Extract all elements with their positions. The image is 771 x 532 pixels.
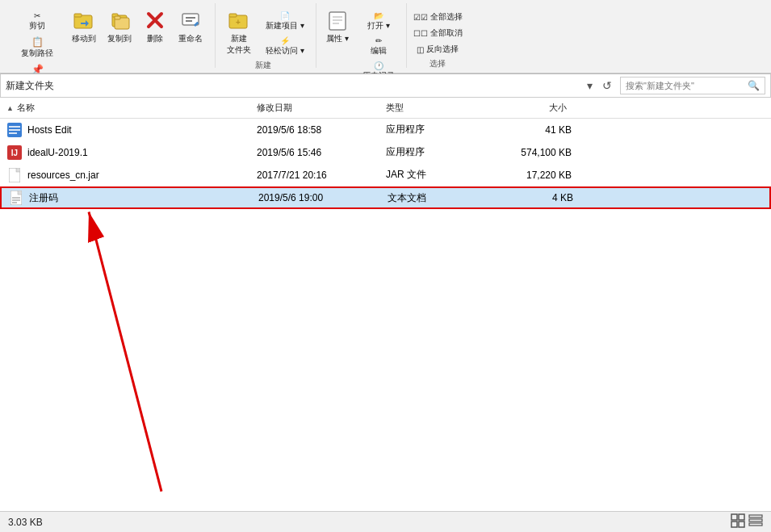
file-type: 应用程序 [386, 145, 499, 159]
prop-button[interactable]: 属性 ▾ [320, 6, 356, 47]
svg-rect-5 [115, 16, 120, 19]
copy-path-icon: 📋 [31, 36, 44, 48]
status-bar: 3.03 KB [0, 511, 771, 532]
col-header-type[interactable]: 类型 [379, 100, 492, 115]
new-buttons: + 新建文件夹 📄 新建项目 ▾ ⚡ 轻松访问 ▾ [219, 3, 308, 58]
file-row[interactable]: Hosts Edit 2019/5/6 18:58 应用程序 41 KB [0, 119, 771, 141]
column-headers: ▲ 名称 修改日期 类型 大小 [0, 98, 771, 119]
svg-rect-22 [9, 132, 17, 134]
new-right-col: 📄 新建项目 ▾ ⚡ 轻松访问 ▾ [262, 6, 308, 58]
svg-rect-38 [749, 515, 762, 517]
search-icon[interactable]: 🔍 [748, 80, 760, 91]
select-none-button[interactable]: ☐☐ 全部取消 [410, 26, 466, 40]
select-label: 选择 [429, 58, 446, 69]
svg-rect-15 [329, 12, 346, 30]
file-date: 2019/5/6 18:58 [257, 124, 386, 136]
select-col: ☑☑ 全部选择 ☐☐ 全部取消 ◫ 反向选择 [410, 6, 466, 57]
ribbon-group-organize: ✂ 剪切 📋 复制路径 📌 粘贴快捷方式 [6, 3, 216, 68]
address-bar: 新建文件夹 ▾ ↺ 🔍 [0, 73, 771, 98]
select-all-icon: ☑☑ [413, 13, 428, 22]
delete-icon [144, 9, 166, 31]
jar-icon [6, 167, 23, 183]
status-text: 3.03 KB [8, 517, 43, 528]
new-item-button[interactable]: 📄 新建项目 ▾ [262, 10, 308, 33]
file-row[interactable]: resources_cn.jar 2017/7/21 20:16 JAR 文件 … [0, 164, 771, 186]
svg-rect-1 [74, 14, 82, 17]
edit-icon: ✏ [375, 36, 382, 45]
invert-icon: ◫ [417, 45, 424, 54]
new-item-icon: 📄 [280, 11, 290, 20]
svg-text:IJ: IJ [11, 149, 18, 157]
file-type: 文本文档 [388, 191, 501, 205]
easy-access-icon: ⚡ [280, 36, 290, 45]
svg-rect-39 [749, 519, 762, 522]
edit-btn-button[interactable]: ✏ 编辑 [359, 35, 398, 58]
file-row[interactable]: IJ idealU-2019.1 2019/5/6 15:46 应用程序 574… [0, 141, 771, 164]
search-box: 🔍 [620, 77, 765, 94]
file-name-cell: Hosts Edit [6, 122, 257, 138]
select-buttons: ☑☑ 全部选择 ☐☐ 全部取消 ◫ 反向选择 [410, 3, 466, 57]
new-folder-button[interactable]: + 新建文件夹 [219, 6, 259, 58]
refresh-icon[interactable]: ↺ [599, 77, 615, 94]
file-date: 2019/5/6 19:00 [258, 192, 388, 203]
easy-access-button[interactable]: ⚡ 轻松访问 ▾ [262, 35, 308, 58]
file-row-highlighted[interactable]: 注册码 2019/5/6 19:00 文本文档 4 KB [0, 186, 771, 209]
file-type: JAR 文件 [386, 168, 499, 182]
svg-line-33 [89, 212, 161, 491]
file-size: 574,100 KB [499, 147, 580, 158]
open-icon: 📂 [374, 11, 383, 20]
rename-button[interactable]: 重命名 [174, 6, 207, 47]
dropdown-arrow[interactable]: ▾ [584, 77, 596, 94]
ribbon-group-new: + 新建文件夹 📄 新建项目 ▾ ⚡ 轻松访问 ▾ 新建 [216, 3, 316, 68]
hosts-icon [6, 122, 23, 138]
file-name: idealU-2019.1 [27, 147, 88, 158]
copy-button[interactable]: 复制到 [103, 6, 136, 47]
view-list-icon[interactable] [748, 513, 763, 530]
open-buttons: 属性 ▾ 📂 打开 ▾ ✏ 编辑 🕐 历史记录 [320, 3, 398, 83]
svg-rect-20 [9, 126, 20, 128]
invert-button[interactable]: ◫ 反向选择 [410, 42, 466, 57]
svg-rect-34 [731, 514, 737, 520]
copy-icon [108, 9, 131, 31]
svg-rect-35 [739, 514, 744, 520]
history-icon: 🕐 [374, 61, 383, 70]
select-none-icon: ☐☐ [413, 29, 428, 38]
file-name-cell: resources_cn.jar [6, 167, 257, 183]
file-size: 17,220 KB [499, 170, 580, 181]
ribbon-section: ✂ 剪切 📋 复制路径 📌 粘贴快捷方式 [6, 3, 765, 68]
move-button[interactable]: 移动到 [68, 6, 100, 47]
view-grid-icon[interactable] [731, 513, 745, 530]
svg-text:+: + [236, 18, 241, 27]
col-header-date[interactable]: 修改日期 [250, 100, 379, 115]
open-right-col: 📂 打开 ▾ ✏ 编辑 🕐 历史记录 [359, 6, 398, 83]
new-folder-icon: + [228, 9, 250, 31]
ribbon-group-select: ☑☑ 全部选择 ☐☐ 全部取消 ◫ 反向选择 [407, 3, 474, 68]
file-name: 注册码 [29, 191, 58, 205]
ideal-icon: IJ [6, 145, 23, 161]
ribbon-group-open: 属性 ▾ 📂 打开 ▾ ✏ 编辑 🕐 历史记录 [316, 3, 407, 68]
col-header-size[interactable]: 大小 [492, 100, 573, 115]
select-all-button[interactable]: ☑☑ 全部选择 [410, 10, 466, 24]
cut-button[interactable]: ✂ 剪切 [10, 10, 65, 33]
file-size: 41 KB [499, 124, 580, 136]
svg-rect-13 [229, 14, 237, 17]
new-label: 新建 [255, 60, 271, 71]
open-btn-button[interactable]: 📂 打开 ▾ [359, 10, 398, 33]
search-input[interactable] [626, 81, 748, 90]
view-icons [731, 513, 763, 530]
svg-rect-28 [18, 191, 22, 195]
file-type: 应用程序 [386, 123, 499, 136]
file-date: 2019/5/6 15:46 [257, 147, 386, 158]
col-header-name[interactable]: ▲ 名称 [0, 100, 250, 115]
svg-rect-36 [731, 522, 737, 527]
copy-path-button[interactable]: 📋 复制路径 [10, 35, 65, 61]
prop-icon [326, 9, 349, 31]
file-name: Hosts Edit [27, 124, 72, 136]
svg-rect-40 [749, 523, 762, 526]
delete-button[interactable]: 删除 [139, 6, 171, 47]
cut-icon: ✂ [34, 11, 40, 20]
file-date: 2017/7/21 20:16 [257, 170, 386, 181]
rename-icon [179, 9, 202, 31]
svg-rect-37 [739, 522, 744, 527]
txt-icon [8, 190, 24, 206]
